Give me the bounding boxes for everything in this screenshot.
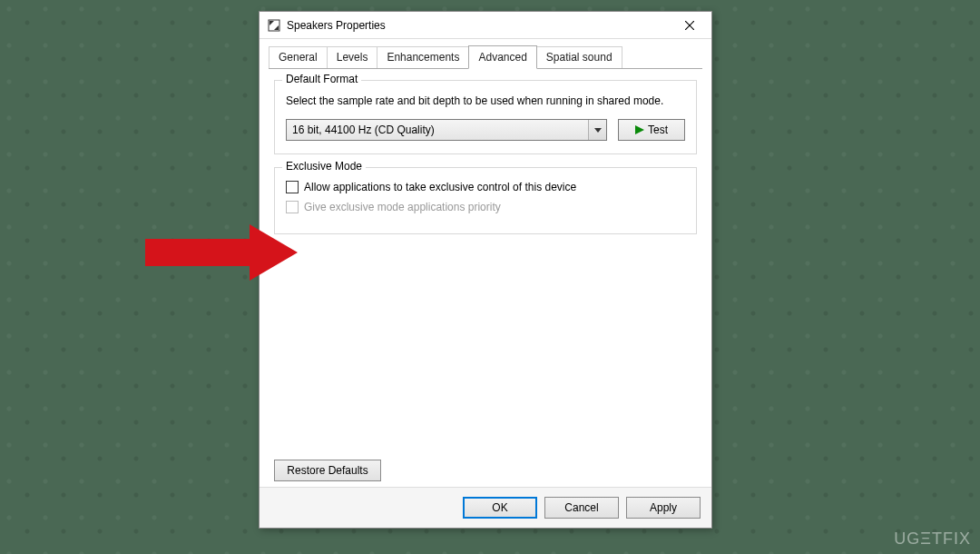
priority-checkbox bbox=[286, 201, 299, 213]
apply-button[interactable]: Apply bbox=[626, 497, 701, 519]
allow-exclusive-checkbox[interactable] bbox=[286, 181, 299, 193]
test-button-label: Test bbox=[648, 124, 668, 136]
default-format-group: Default Format Select the sample rate an… bbox=[274, 80, 697, 154]
tab-panel-advanced: Default Format Select the sample rate an… bbox=[269, 68, 702, 487]
allow-exclusive-checkbox-row[interactable]: Allow applications to take exclusive con… bbox=[286, 181, 685, 193]
restore-defaults-button[interactable]: Restore Defaults bbox=[274, 460, 381, 481]
chevron-down-icon bbox=[588, 120, 606, 140]
svg-marker-5 bbox=[594, 128, 602, 133]
close-icon bbox=[685, 21, 694, 30]
priority-label: Give exclusive mode applications priorit… bbox=[304, 201, 501, 213]
tab-advanced[interactable]: Advanced bbox=[468, 45, 536, 69]
format-dropdown-value: 16 bit, 44100 Hz (CD Quality) bbox=[292, 124, 435, 136]
svg-marker-6 bbox=[635, 125, 644, 134]
watermark: UGΞTFIX bbox=[894, 529, 971, 549]
tab-enhancements[interactable]: Enhancements bbox=[377, 46, 469, 68]
window-title: Speakers Properties bbox=[287, 19, 671, 32]
close-button[interactable] bbox=[671, 13, 708, 38]
cancel-button[interactable]: Cancel bbox=[544, 497, 619, 519]
default-format-legend: Default Format bbox=[282, 73, 361, 85]
allow-exclusive-label: Allow applications to take exclusive con… bbox=[304, 181, 576, 193]
play-icon bbox=[635, 125, 644, 134]
tab-general[interactable]: General bbox=[269, 46, 328, 68]
speakers-properties-dialog: Speakers Properties General Levels Enhan… bbox=[259, 11, 712, 529]
exclusive-mode-group: Exclusive Mode Allow applications to tak… bbox=[274, 167, 697, 234]
exclusive-mode-legend: Exclusive Mode bbox=[282, 160, 366, 173]
speaker-icon bbox=[267, 18, 281, 33]
tabstrip: General Levels Enhancements Advanced Spa… bbox=[260, 39, 711, 68]
ok-button[interactable]: OK bbox=[463, 497, 537, 519]
titlebar: Speakers Properties bbox=[260, 12, 711, 39]
priority-checkbox-row: Give exclusive mode applications priorit… bbox=[286, 201, 685, 213]
dialog-footer: OK Cancel Apply bbox=[260, 487, 711, 528]
default-format-description: Select the sample rate and bit depth to … bbox=[286, 94, 685, 108]
format-dropdown[interactable]: 16 bit, 44100 Hz (CD Quality) bbox=[286, 119, 607, 141]
tab-spatial-sound[interactable]: Spatial sound bbox=[536, 46, 622, 68]
tab-levels[interactable]: Levels bbox=[327, 46, 378, 68]
spacer bbox=[274, 247, 697, 454]
format-row: 16 bit, 44100 Hz (CD Quality) Test bbox=[286, 119, 685, 141]
test-button[interactable]: Test bbox=[618, 119, 685, 141]
